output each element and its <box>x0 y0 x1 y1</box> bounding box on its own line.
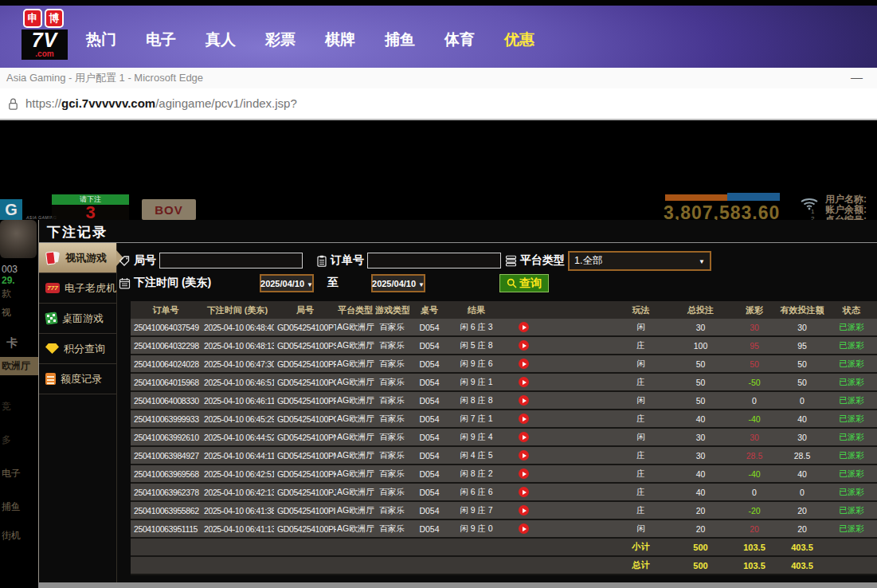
cell-order: 250410064008330 <box>131 391 201 410</box>
cell-status <box>826 556 877 574</box>
table-row: 2504100639558622025-04-10 06:41:38GD0542… <box>131 501 877 519</box>
cell-spacer <box>543 373 611 391</box>
nav-item-7[interactable]: 体育 <box>444 29 475 50</box>
cell-order: 250410063999933 <box>131 410 201 428</box>
cell-status <box>826 538 877 556</box>
replay-play-icon[interactable] <box>519 414 529 424</box>
cell-valid_bet: 30 <box>778 319 826 336</box>
nav-item-5[interactable]: 棋牌 <box>325 29 355 50</box>
replay-play-icon[interactable] <box>519 523 529 534</box>
bet-records-modal: 下注记录 视讯游戏777电子老虎机桌面游戏积分查询额度记录 局号 订单号 平台类… <box>38 220 877 582</box>
url-text[interactable]: https://gci.7vvvvvv.com/agingame/pcv1/in… <box>25 88 297 119</box>
replay-play-icon[interactable] <box>519 432 529 442</box>
cell-total_bet: 30 <box>671 446 730 465</box>
cell-play <box>503 391 543 410</box>
nav-item-4[interactable]: 彩票 <box>265 29 296 50</box>
replay-play-icon[interactable] <box>519 359 529 369</box>
cell-platform: AG欧洲厅 <box>336 446 374 465</box>
cell-valid_bet: 50 <box>778 373 826 391</box>
replay-play-icon[interactable] <box>519 487 529 497</box>
cell-platform: AG欧洲厅 <box>336 465 374 483</box>
cell-round: GD054254100PR <box>274 355 336 373</box>
cell-status: 已派彩 <box>826 373 877 391</box>
cell-bet_type: 庄 <box>611 501 671 519</box>
sidebar-item-table-games[interactable]: 桌面游戏 <box>39 304 116 334</box>
cell-game <box>374 538 409 556</box>
cell-payout: 103.5 <box>730 538 778 556</box>
sidebar-item-points-query[interactable]: 积分查询 <box>39 334 116 364</box>
cell-result: 闲 6 庄 3 <box>449 319 503 336</box>
sidebar-item-video-games[interactable]: 视讯游戏 <box>39 243 116 273</box>
replay-play-icon[interactable] <box>519 468 529 479</box>
table-row: 2504100640083302025-04-10 06:46:11GD0542… <box>131 391 877 410</box>
cell-table: D054 <box>409 410 449 428</box>
header-round: 局号 <box>274 301 336 319</box>
replay-play-icon[interactable] <box>519 450 529 461</box>
header-play <box>503 301 543 319</box>
minimize-button[interactable]: — <box>851 68 863 87</box>
cell-valid_bet: 40 <box>778 410 826 428</box>
cell-result <box>449 556 503 574</box>
background-fragment: 捕鱼 <box>2 500 21 514</box>
replay-play-icon[interactable] <box>519 505 529 515</box>
cell-round: GD054254100PQ <box>274 373 336 391</box>
cell-spacer <box>543 465 611 483</box>
cell-table <box>409 556 449 574</box>
sidebar-item-slots[interactable]: 777电子老虎机 <box>39 273 116 304</box>
platform-select[interactable]: 1.全部 <box>568 251 711 271</box>
cell-payout: -50 <box>730 373 778 391</box>
cell-total_bet: 30 <box>671 428 730 446</box>
site-logo[interactable]: 申 博 7V .com <box>22 9 69 60</box>
date-to-select[interactable]: 2025/04/10 <box>371 274 425 292</box>
table-row: 2504100639623782025-04-10 06:42:13GD0542… <box>131 483 877 501</box>
round-filter: 局号 <box>119 252 303 269</box>
lock-icon[interactable] <box>7 97 19 111</box>
cell-total_bet: 50 <box>671 355 730 373</box>
cell-table: D054 <box>409 373 449 391</box>
cell-result: 闲 9 庄 0 <box>449 519 503 538</box>
sidebar-item-credit-records[interactable]: 额度记录 <box>39 364 116 394</box>
replay-play-icon[interactable] <box>519 395 529 406</box>
nav-item-1[interactable]: 热门 <box>86 29 116 50</box>
cell-table: D054 <box>409 519 449 538</box>
replay-play-icon[interactable] <box>519 322 529 332</box>
cell-bet_type: 庄 <box>611 483 671 501</box>
cell-valid_bet: 0 <box>778 483 826 501</box>
table-row: 2504100639926102025-04-10 06:44:52GD0542… <box>131 428 877 446</box>
nav-item-2[interactable]: 电子 <box>146 29 176 50</box>
round-input[interactable] <box>159 253 303 269</box>
bet-records-table: 订单号下注时间 (美东)局号平台类型游戏类型桌号结果玩法总投注派彩有效投注额状态… <box>131 301 877 575</box>
table-header-row: 订单号下注时间 (美东)局号平台类型游戏类型桌号结果玩法总投注派彩有效投注额状态 <box>131 301 877 319</box>
cell-time: 2025-04-10 06:46:51 <box>201 373 274 391</box>
order-input[interactable] <box>367 253 501 269</box>
cell-result: 闲 7 庄 1 <box>449 410 503 428</box>
header-order: 订单号 <box>131 301 201 319</box>
cell-round: GD054254100PS <box>274 336 336 355</box>
order-label: 订单号 <box>331 253 364 268</box>
cell-spacer <box>543 483 611 501</box>
grand-total-row: 总计500103.5403.5 <box>131 556 877 574</box>
cell-status: 已派彩 <box>826 483 877 501</box>
cell-play <box>503 446 543 465</box>
table-row: 2504100639999332025-04-10 06:45:29GD0542… <box>131 410 877 428</box>
cell-order: 250410063992610 <box>131 428 201 446</box>
cell-bet_type: 闲 <box>611 391 671 410</box>
replay-play-icon[interactable] <box>519 340 529 351</box>
nav-item-3[interactable]: 真人 <box>206 29 236 50</box>
date-from-select[interactable]: 2025/04/10 <box>260 274 314 292</box>
sidebar-item-label: 桌面游戏 <box>62 312 104 326</box>
dealer-card: BOV <box>142 199 196 220</box>
cell-result <box>449 538 503 556</box>
replay-play-icon[interactable] <box>519 377 529 387</box>
cell-spacer <box>543 446 611 465</box>
cell-total_bet: 100 <box>671 336 730 355</box>
cell-status: 已派彩 <box>826 391 877 410</box>
cell-round <box>274 556 336 574</box>
background-fragment: 电子 <box>2 467 21 480</box>
nav-item-6[interactable]: 捕鱼 <box>385 29 415 50</box>
search-button[interactable]: 查询 <box>499 274 549 292</box>
nav-item-8[interactable]: 优惠 <box>504 29 534 50</box>
cell-play <box>503 319 543 336</box>
cell-total_bet: 20 <box>671 501 730 519</box>
cell-time <box>201 538 274 556</box>
